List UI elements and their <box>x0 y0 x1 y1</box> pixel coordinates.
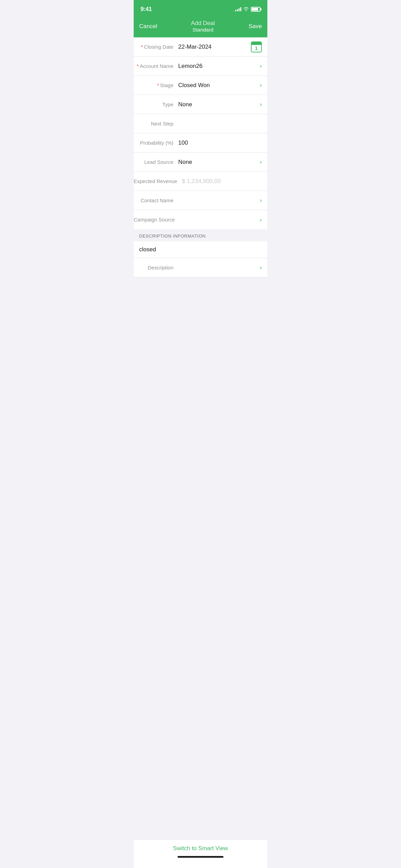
closing-date-row[interactable]: *Closing Date 22-Mar-2024 1 <box>134 37 267 57</box>
closed-text-row: closed <box>134 241 267 258</box>
closing-date-value: 22-Mar-2024 <box>178 44 251 50</box>
lead-source-label: Lead Source <box>134 159 178 166</box>
description-label: Description <box>134 264 178 271</box>
calendar-icon[interactable]: 1 <box>251 41 262 52</box>
save-button[interactable]: Save <box>248 23 262 30</box>
probability-value: 100 <box>178 140 262 146</box>
battery-icon <box>251 7 260 12</box>
stage-label: *Stage <box>134 82 178 89</box>
closed-text-value: closed <box>139 246 262 253</box>
description-section-header: DESCRIPTION INFORMATION <box>134 229 267 241</box>
next-step-row[interactable]: Next Step <box>134 114 267 133</box>
status-icons <box>235 7 260 12</box>
closing-date-label: *Closing Date <box>134 44 178 50</box>
status-bar: 9:41 <box>134 0 267 17</box>
description-section: DESCRIPTION INFORMATION closed Descripti… <box>134 229 267 277</box>
signal-icon <box>235 7 241 11</box>
probability-row[interactable]: Probability (%) 100 <box>134 133 267 153</box>
calendar-day: 1 <box>255 46 258 51</box>
contact-name-chevron: › <box>260 197 262 204</box>
form-fields-group: *Closing Date 22-Mar-2024 1 *Account Nam… <box>134 37 267 229</box>
campaign-source-row[interactable]: Campaign Source › <box>134 210 267 229</box>
description-chevron: › <box>260 264 262 271</box>
lead-source-chevron: › <box>260 158 262 166</box>
lead-source-row[interactable]: Lead Source None › <box>134 153 267 172</box>
expected-revenue-label: Expected Revenue <box>134 178 182 185</box>
nav-bar: Cancel Add Deal Standard Save <box>134 17 267 37</box>
cancel-button[interactable]: Cancel <box>139 23 157 30</box>
contact-name-label: Contact Name <box>134 197 178 204</box>
type-value: None <box>178 101 257 108</box>
contact-name-row[interactable]: Contact Name › <box>134 191 267 210</box>
type-row[interactable]: Type None › <box>134 95 267 114</box>
lead-source-value: None <box>178 159 257 166</box>
page-subtitle: Standard <box>191 27 215 33</box>
type-chevron: › <box>260 101 262 108</box>
nav-title: Add Deal Standard <box>191 20 215 33</box>
wifi-icon <box>243 7 249 12</box>
stage-value: Closed Won <box>178 82 257 89</box>
expected-revenue-value: $ 1,234,900.00 <box>182 178 262 185</box>
next-step-label: Next Step <box>134 120 178 127</box>
expected-revenue-row: Expected Revenue $ 1,234,900.00 <box>134 172 267 191</box>
campaign-source-chevron: › <box>260 216 262 224</box>
status-time: 9:41 <box>141 6 152 13</box>
form-scroll-content: *Closing Date 22-Mar-2024 1 *Account Nam… <box>134 37 267 312</box>
campaign-source-label: Campaign Source <box>134 216 180 223</box>
account-name-value: Lemon26 <box>178 63 257 70</box>
page-title: Add Deal <box>191 20 215 27</box>
account-name-row[interactable]: *Account Name Lemon26 › <box>134 57 267 76</box>
stage-chevron: › <box>260 82 262 89</box>
stage-row[interactable]: *Stage Closed Won › <box>134 76 267 95</box>
account-name-chevron: › <box>260 62 262 70</box>
description-row[interactable]: Description › <box>134 258 267 277</box>
account-name-label: *Account Name <box>134 63 178 70</box>
probability-label: Probability (%) <box>134 140 178 146</box>
type-label: Type <box>134 101 178 108</box>
